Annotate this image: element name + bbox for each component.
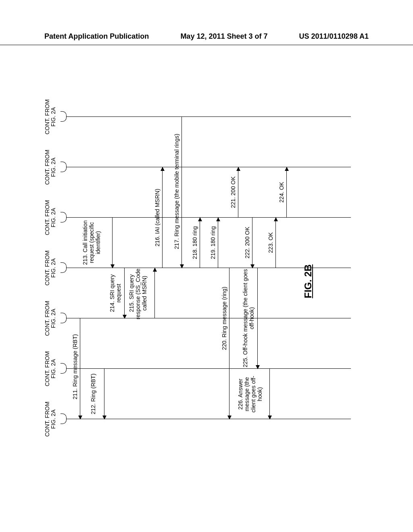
page-header: Patent Application Publication May 12, 2…	[0, 32, 413, 45]
msg-217-label: 217. Ring message (the mobile terminal r…	[173, 117, 180, 266]
msg-216-arrow	[162, 167, 163, 268]
msg-213-arrow	[112, 218, 113, 268]
msg-226-label: 226. Answer message (the client goes off…	[237, 370, 263, 418]
lifeline-header-4: CONT. FROM FIG. 2A	[44, 246, 57, 290]
header-right: US 2011/0110298 A1	[299, 32, 369, 41]
msg-221-arrow	[238, 167, 238, 218]
lifeline-2	[67, 368, 351, 369]
msg-224-label: 224. OK	[278, 168, 285, 216]
bracket-6	[60, 162, 67, 172]
lifeline-header-3: CONT. FROM FIG. 2A	[44, 296, 57, 341]
msg-220-label: 220. Ring message (ring)	[221, 268, 227, 369]
sequence-diagram: CONT. FROM FIG. 2A CONT. FROM FIG. 2A CO…	[44, 89, 351, 439]
lifeline-6	[67, 167, 351, 167]
msg-217-arrow	[181, 117, 182, 268]
lifeline-header-1: CONT. FROM FIG. 2A	[44, 397, 57, 441]
msg-211-arrow	[80, 318, 80, 419]
msg-223-label: 223. OK	[267, 218, 274, 267]
lifeline-5	[67, 217, 351, 218]
msg-215-label: 215. SRI query response (SS_Code, called…	[128, 264, 148, 322]
msg-224-arrow	[286, 167, 287, 218]
header-center: May 12, 2011 Sheet 3 of 7	[180, 32, 267, 41]
bracket-4	[60, 262, 67, 273]
msg-218-arrow	[200, 218, 200, 268]
msg-219-label: 219. 180 ring	[210, 218, 216, 267]
diagram-rotated-content: CONT. FROM FIG. 2A CONT. FROM FIG. 2A CO…	[44, 89, 351, 439]
msg-222-label: 222. 200 OK	[244, 218, 250, 267]
bracket-2	[60, 363, 67, 374]
msg-218-label: 218. 180 ring	[192, 218, 198, 267]
bracket-3	[60, 313, 67, 323]
msg-212-arrow	[104, 369, 104, 419]
lifeline-header-7: CONT. FROM FIG. 2A	[44, 95, 57, 139]
lifeline-1	[67, 419, 351, 419]
msg-225-arrow	[257, 268, 258, 369]
bracket-1	[60, 414, 67, 424]
lifeline-header-2: CONT. FROM FIG. 2A	[44, 347, 57, 391]
msg-211-label: 211. Ring message (RBT)	[72, 316, 78, 417]
header-left: Patent Application Publication	[44, 32, 149, 41]
msg-216-label: 216. IAI (called MSRN)	[154, 169, 161, 266]
lifeline-7	[67, 116, 351, 117]
msg-219-arrow	[218, 218, 218, 268]
msg-214-arrow	[124, 268, 125, 318]
msg-226-arrow	[269, 369, 270, 419]
msg-213-label: 213. Call initiation request (specific i…	[82, 218, 101, 267]
msg-223-arrow	[275, 218, 276, 268]
msg-222-arrow	[252, 218, 252, 268]
msg-212-label: 212. Ring (RBT)	[90, 371, 96, 417]
msg-215-arrow	[154, 268, 155, 318]
bracket-7	[60, 111, 67, 122]
msg-214-label: 214. SRI query request	[109, 268, 122, 318]
msg-221-label: 221. 200 OK	[230, 168, 236, 216]
msg-220-arrow	[229, 268, 229, 419]
msg-225-label: 225. Off-hook message (the client goes o…	[242, 269, 255, 368]
lifeline-header-5: CONT. FROM FIG. 2A	[44, 195, 57, 240]
figure-label: FIG. 2B	[302, 264, 314, 298]
lifeline-header-6: CONT. FROM FIG. 2A	[44, 145, 57, 189]
bracket-5	[60, 212, 67, 222]
